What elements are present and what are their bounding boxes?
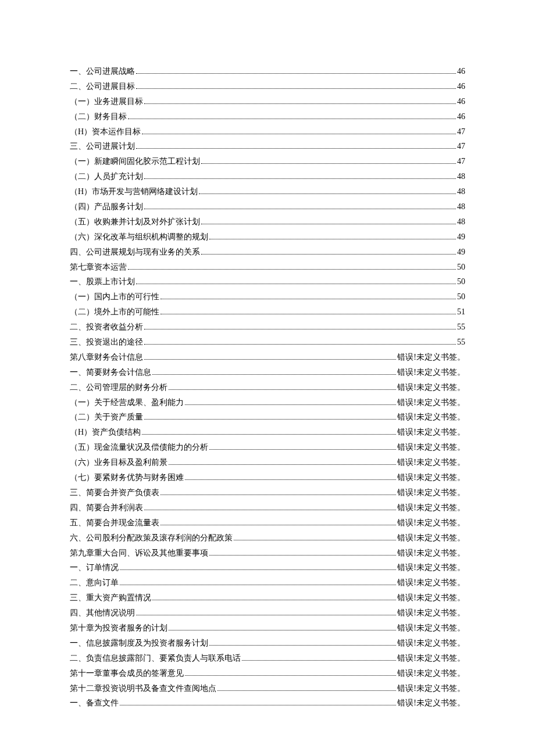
toc-leader-dots: [144, 510, 396, 510]
toc-label: （二）人员扩充计划: [70, 169, 143, 184]
toc-page: 错误!未定义书签。: [397, 365, 465, 380]
toc-leader-dots: [209, 555, 396, 556]
toc-entry: 第七章资本运营50: [70, 260, 465, 275]
toc-page: 错误!未定义书签。: [397, 485, 465, 500]
toc-page: 47: [457, 154, 465, 169]
toc-entry: （一）新建瞬间固化胶示范工程计划47: [70, 154, 465, 169]
toc-leader-dots: [136, 148, 456, 149]
toc-page: 错误!未定义书签。: [397, 651, 465, 666]
toc-entry: 第十章为投资者服务的计划错误!未定义书签。: [70, 621, 465, 636]
toc-label: 第八章财务会计信息: [70, 350, 143, 365]
toc-page: 46: [457, 79, 465, 94]
toc-leader-dots: [120, 705, 396, 705]
toc-entry: 六、公司股利分配政策及滚存利润的分配政策错误!未定义书签。: [70, 531, 465, 546]
toc-leader-dots: [160, 314, 456, 314]
toc-page: 错误!未定义书签。: [397, 425, 465, 440]
toc-page: 48: [457, 184, 465, 199]
toc-leader-dots: [144, 359, 396, 360]
toc-label: （五）现金流量状况及偿债能力的分析: [70, 440, 208, 455]
toc-leader-dots: [185, 479, 396, 480]
toc-entry: 第八章财务会计信息错误!未定义书签。: [70, 350, 465, 365]
toc-entry: 二、意向订单错误!未定义书签。: [70, 575, 465, 590]
toc-label: （二）财务目标: [70, 109, 127, 124]
toc-label: 第十一章董事会成员的签署意见: [70, 666, 184, 681]
toc-label: （七）要紧财务优势与财务困难: [70, 470, 184, 485]
toc-page: 错误!未定义书签。: [397, 560, 465, 575]
toc-entry: （五）现金流量状况及偿债能力的分析错误!未定义书签。: [70, 440, 465, 455]
toc-entry: 一、公司进展战略46: [70, 64, 465, 79]
toc-page: 错误!未定义书签。: [397, 350, 465, 365]
toc-leader-dots: [142, 134, 456, 134]
toc-leader-dots: [136, 615, 396, 615]
toc-leader-dots: [201, 224, 456, 224]
toc-page: 错误!未定义书签。: [397, 590, 465, 605]
toc-entry: （六）业务目标及盈利前景错误!未定义书签。: [70, 455, 465, 470]
toc-page: 48: [457, 169, 465, 184]
toc-page: 错误!未定义书签。: [397, 666, 465, 681]
toc-leader-dots: [201, 254, 456, 255]
toc-page: 错误!未定义书签。: [397, 515, 465, 531]
toc-entry: 三、重大资产购置情况错误!未定义书签。: [70, 590, 465, 605]
toc-label: （一）业务进展目标: [70, 94, 143, 109]
toc-label: （H）资产负债结构: [70, 425, 141, 440]
toc-entry: 一、股票上市计划50: [70, 274, 465, 289]
toc-label: 二、投资者收益分析: [70, 320, 143, 335]
toc-leader-dots: [152, 374, 396, 375]
toc-page: 46: [457, 64, 465, 79]
toc-label: 三、重大资产购置情况: [70, 590, 151, 605]
toc-page: 48: [457, 199, 465, 214]
toc-leader-dots: [185, 404, 396, 405]
toc-label: 第十章为投资者服务的计划: [70, 621, 167, 636]
toc-page: 49: [457, 230, 465, 245]
toc-leader-dots: [144, 178, 456, 179]
toc-entry: 第十二章投资说明书及备查文件查阅地点错误!未定义书签。: [70, 681, 465, 696]
toc-entry: 二、公司进展目标46: [70, 79, 465, 94]
toc-leader-dots: [242, 660, 396, 661]
toc-label: （六）深化改革与组织机构调整的规划: [70, 230, 208, 245]
toc-page: 错误!未定义书签。: [397, 455, 465, 470]
toc-label: 三、公司进展计划: [70, 139, 135, 154]
toc-page: 错误!未定义书签。: [397, 440, 465, 455]
toc-label: 一、股票上市计划: [70, 274, 135, 289]
toc-label: （一）新建瞬间固化胶示范工程计划: [70, 154, 200, 169]
toc-entry: 一、订单情况错误!未定义书签。: [70, 560, 465, 575]
toc-leader-dots: [217, 690, 396, 691]
toc-page: 错误!未定义书签。: [397, 546, 465, 561]
toc-entry: 一、简要财务会计信息错误!未定义书签。: [70, 365, 465, 380]
toc-page: 49: [457, 245, 465, 260]
toc-label: （H）市场开发与营销网络建设计划: [70, 184, 198, 199]
toc-leader-dots: [209, 645, 396, 646]
toc-page: 47: [457, 139, 465, 154]
toc-entry: （五）收购兼并计划及对外扩张计划48: [70, 214, 465, 230]
toc-entry: 三、简要合并资产负债表错误!未定义书签。: [70, 485, 465, 500]
toc-leader-dots: [144, 329, 456, 329]
toc-leader-dots: [185, 675, 396, 676]
toc-entry: （二）关于资产质量错误!未定义书签。: [70, 410, 465, 425]
toc-leader-dots: [152, 600, 396, 600]
toc-label: 二、公司管理层的财务分析: [70, 380, 167, 395]
toc-page: 50: [457, 289, 465, 304]
toc-page: 错误!未定义书签。: [397, 395, 465, 410]
toc-label: 第十二章投资说明书及备查文件查阅地点: [70, 681, 216, 696]
toc-page: 55: [457, 320, 465, 335]
toc-entry: （七）要紧财务优势与财务困难错误!未定义书签。: [70, 470, 465, 485]
toc-label: 一、公司进展战略: [70, 64, 135, 79]
toc-leader-dots: [128, 269, 456, 270]
toc-page: 错误!未定义书签。: [397, 696, 465, 711]
toc-entry: 四、其他情况说明错误!未定义书签。: [70, 605, 465, 621]
toc-entry: 二、负责信息披露部门、要紧负责人与联系电话错误!未定义书签。: [70, 651, 465, 666]
toc-leader-dots: [209, 239, 456, 239]
toc-label: （二）关于资产质量: [70, 410, 143, 425]
toc-entry: 第十一章董事会成员的签署意见错误!未定义书签。: [70, 666, 465, 681]
toc-label: 一、备查文件: [70, 696, 119, 711]
toc-entry: （H）市场开发与营销网络建设计划48: [70, 184, 465, 199]
toc-label: 三、投资退出的途径: [70, 335, 143, 350]
toc-page: 50: [457, 260, 465, 275]
toc-page: 55: [457, 335, 465, 350]
toc-leader-dots: [209, 449, 396, 450]
toc-page: 51: [457, 304, 465, 320]
toc-leader-dots: [128, 119, 456, 119]
toc-label: 四、简要合并利润表: [70, 500, 143, 515]
toc-label: 四、其他情况说明: [70, 605, 135, 621]
toc-label: 三、简要合并资产负债表: [70, 485, 159, 500]
